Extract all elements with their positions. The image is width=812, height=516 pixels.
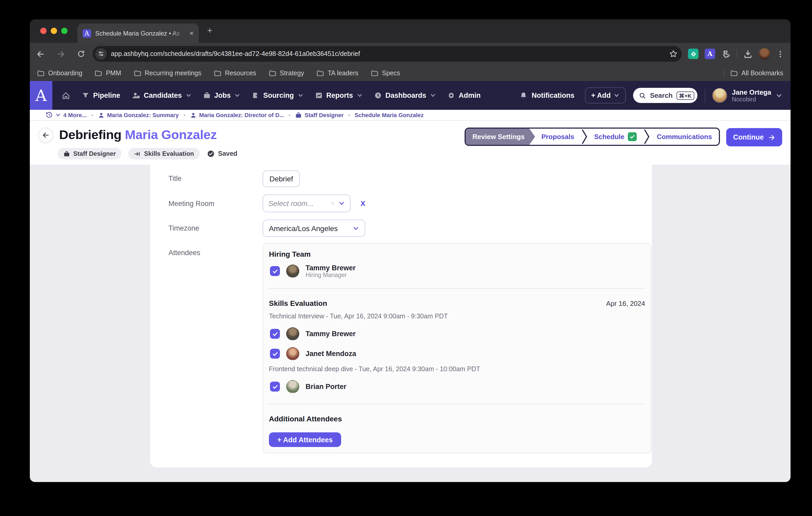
nav-admin[interactable]: Admin [447, 91, 481, 99]
nav-pipeline[interactable]: Pipeline [82, 91, 120, 99]
timezone-select[interactable]: America/Los Angeles [263, 219, 365, 237]
schedule-complete-icon [628, 132, 637, 141]
chevron-down-icon [339, 200, 345, 207]
nav-sourcing[interactable]: Sourcing [252, 91, 303, 99]
close-window-button[interactable] [40, 28, 47, 34]
downloads-icon[interactable] [744, 50, 752, 58]
page-header: Debriefing Maria Gonzalez Staff Designer… [30, 121, 790, 165]
attendee-row: Janet Mendoza [270, 347, 356, 360]
step-schedule[interactable]: Schedule [587, 129, 644, 145]
tab-close-icon[interactable]: × [190, 29, 194, 37]
chevron-down-icon [776, 92, 782, 98]
attendees-label: Attendees [169, 249, 200, 257]
avatar [286, 380, 299, 393]
nav-candidates[interactable]: Candidates [132, 91, 192, 99]
nav-home[interactable] [62, 91, 70, 99]
attendee-row: Tammy BrewerHiring Manager [270, 264, 356, 278]
title-input[interactable]: Debrief [263, 171, 300, 187]
address-bar[interactable]: app.ashbyhq.com/schedules/drafts/9c4381e… [93, 46, 682, 62]
browser-tab[interactable]: A Schedule Maria Gonzalez • As × [78, 24, 199, 43]
step-review-settings[interactable]: Review Settings [466, 129, 535, 145]
remove-meeting-room-button[interactable]: X [360, 199, 366, 208]
form-card: Title Debrief Meeting Room Select room..… [150, 165, 652, 467]
back-icon[interactable] [36, 50, 45, 58]
browser-toolbar: app.ashbyhq.com/schedules/drafts/9c4381e… [30, 43, 790, 65]
nav-reports[interactable]: Reports [315, 91, 362, 99]
person-icon [190, 112, 197, 118]
attendees-panel: Hiring Team Tammy BrewerHiring Manager S… [263, 243, 651, 453]
reload-icon[interactable] [77, 50, 85, 58]
maximize-window-button[interactable] [61, 28, 67, 34]
attendee-row: Tammy Brewer [270, 327, 356, 340]
step-communications[interactable]: Communications [650, 129, 719, 145]
search-button[interactable]: Search⌘+K [633, 88, 697, 103]
stepper: Review Settings Proposals Schedule Commu… [465, 127, 720, 146]
bookmark-folder[interactable]: TA leaders [317, 69, 358, 77]
chevron-down-icon [185, 93, 191, 98]
user-name: Jane Ortega [732, 88, 771, 96]
forward-icon[interactable] [57, 50, 65, 58]
ashby-extension-icon[interactable]: A [705, 49, 715, 59]
site-settings-icon[interactable] [95, 48, 107, 60]
candidate-name: Maria Gonzalez [125, 127, 217, 142]
check-icon [272, 351, 278, 357]
step-proposals[interactable]: Proposals [532, 129, 581, 145]
user-menu[interactable]: Jane OrtegaNocobird [712, 88, 782, 103]
breadcrumb-item[interactable]: Maria Gonzalez: Summary [97, 112, 179, 118]
attendee-checkbox[interactable] [270, 382, 280, 392]
chevron-down-icon [353, 225, 359, 231]
skills-evaluation-date: Apr 16, 2024 [606, 300, 645, 307]
app-navbar: A Pipeline Candidates Jobs Sourcing Repo… [30, 81, 790, 110]
bookmark-folder[interactable]: PMM [95, 69, 121, 77]
person-icon [97, 112, 105, 118]
title-label: Title [169, 175, 181, 182]
bookmark-folder[interactable]: Strategy [269, 69, 304, 77]
check-icon [272, 331, 278, 337]
breadcrumb-item[interactable]: Maria Gonzalez: Director of D... [190, 112, 284, 118]
user-avatar[interactable] [712, 88, 727, 103]
notifications-button[interactable]: Notifications [520, 91, 575, 99]
minimize-window-button[interactable] [51, 28, 57, 34]
briefcase-icon [295, 112, 302, 118]
bookmark-star-icon[interactable] [669, 50, 677, 58]
continue-button[interactable]: Continue [726, 128, 782, 146]
tab-title: Schedule Maria Gonzalez • As [95, 30, 185, 37]
attendee-role: Hiring Manager [306, 272, 356, 278]
history-icon[interactable]: 4 More... [46, 111, 87, 119]
timezone-label: Timezone [169, 224, 199, 232]
teal-extension-icon[interactable] [688, 49, 698, 59]
session-description: Frontend technical deep dive - Tue, Apr … [269, 365, 480, 373]
check-icon [272, 384, 278, 390]
chrome-menu-icon[interactable] [776, 50, 784, 58]
meeting-room-select[interactable]: Select room... × [263, 194, 351, 212]
add-button[interactable]: + Add [585, 87, 626, 103]
url-text[interactable]: app.ashbyhq.com/schedules/drafts/9c4381e… [111, 50, 665, 58]
attendee-checkbox[interactable] [270, 329, 280, 339]
nav-dashboards[interactable]: Dashboards [374, 91, 436, 99]
meeting-room-label: Meeting Room [169, 200, 214, 208]
new-tab-button[interactable]: + [207, 26, 212, 36]
extensions-puzzle-icon[interactable] [722, 50, 730, 58]
bookmark-folder[interactable]: Recurring meetings [134, 69, 201, 77]
chevron-down-icon [55, 113, 61, 118]
bookmark-folder[interactable]: Specs [371, 69, 400, 77]
page-content: Title Debrief Meeting Room Select room..… [30, 165, 790, 482]
screen: A Schedule Maria Gonzalez • As × + app.a… [0, 0, 812, 516]
attendee-checkbox[interactable] [270, 266, 280, 276]
breadcrumb-more[interactable]: 4 More... [63, 112, 87, 118]
window-controls[interactable] [40, 28, 67, 34]
all-bookmarks-button[interactable]: All Bookmarks [730, 69, 783, 77]
ashby-logo[interactable]: A [30, 81, 52, 110]
bookmark-folder[interactable]: Resources [214, 69, 256, 77]
bookmark-folder[interactable]: Onboarding [37, 69, 82, 77]
clear-icon[interactable]: × [331, 200, 334, 207]
add-attendees-button[interactable]: + Add Attendees [269, 432, 341, 447]
tab-strip: A Schedule Maria Gonzalez • As × + [30, 19, 790, 43]
breadcrumb-item[interactable]: Staff Designer [295, 112, 344, 118]
attendee-checkbox[interactable] [270, 349, 280, 359]
avatar [286, 265, 299, 278]
chrome-profile-avatar[interactable] [759, 48, 770, 60]
back-button[interactable] [38, 127, 53, 143]
nav-jobs[interactable]: Jobs [203, 91, 240, 99]
breadcrumb: 4 More... Maria Gonzalez: Summary Maria … [30, 110, 790, 121]
